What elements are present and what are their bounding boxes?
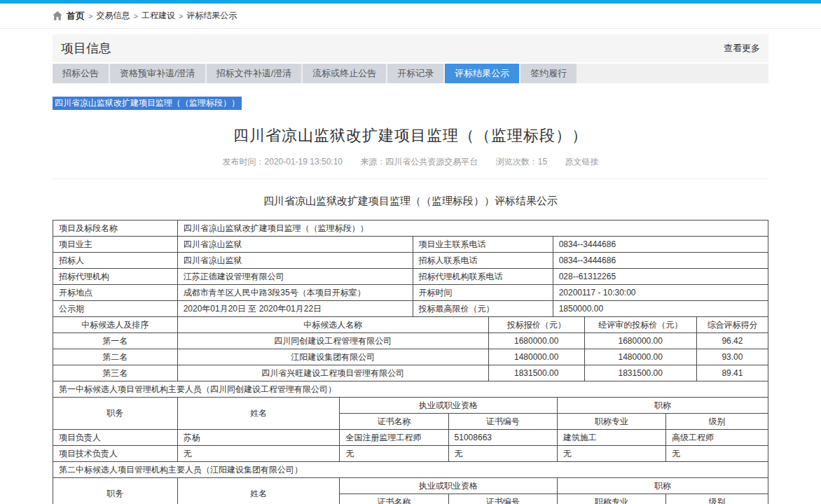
info-value: 20200117 - 10:30:00: [553, 285, 768, 301]
candidate-row: 第二名 江阳建设集团有限公司 1480000.00 1480000.00 93.…: [53, 349, 768, 365]
column-header-name: 姓名: [177, 478, 340, 504]
main-content: 项目信息 查看更多 招标公告 资格预审补遗/澄清 招标文件补遗/澄清 流标或终止…: [53, 34, 768, 504]
breadcrumb-item-engineering[interactable]: 工程建设: [142, 10, 175, 22]
info-value: 028--61312265: [553, 269, 768, 285]
personnel-table-first-candidate: 第一中标候选人项目管理机构主要人员（四川同创建设工程管理有限公司） 职务 姓名 …: [53, 381, 768, 462]
column-header: 中标候选人及排序: [53, 317, 178, 333]
home-icon[interactable]: [53, 11, 62, 20]
candidate-row: 第三名 四川省兴旺建设工程项目管理有限公司 1831500.00 1831500…: [53, 365, 768, 382]
personnel-position: 项目负责人: [53, 430, 178, 446]
personnel-cert-name: 无: [340, 446, 448, 462]
personnel-cert-name: 全国注册监理工程师: [340, 430, 448, 446]
info-label: 项目及标段名称: [53, 220, 178, 237]
publish-time-label: 发布时间：: [223, 157, 265, 167]
bid-price: 1480000.00: [488, 349, 584, 365]
info-value: 四川省凉山监狱改扩建项目监理（（监理标段））: [177, 220, 768, 237]
breadcrumb-separator: >: [179, 12, 183, 20]
page-title: 项目信息: [61, 40, 111, 57]
info-value: 0834--3444686: [553, 237, 768, 253]
table-row: 项目业主 四川省凉山监狱 项目业主联系电话 0834--3444686: [53, 237, 768, 253]
personnel-header-row: 职务 姓名 执业或职业资格 职称: [53, 398, 768, 414]
column-header: 投标报价（元）: [488, 317, 584, 333]
result-tables: 项目及标段名称 四川省凉山监狱改扩建项目监理（（监理标段）） 项目业主 四川省凉…: [53, 220, 768, 504]
source-value: 四川省公共资源交易平台: [385, 157, 478, 167]
tab-bar: 招标公告 资格预审补遗/澄清 招标文件补遗/澄清 流标或终止公告 开标记录 评标…: [53, 64, 768, 83]
column-header: 经评审的投标价（元）: [584, 317, 696, 333]
info-value: 0834--3444686: [553, 253, 768, 269]
personnel-cert-no: 51008663: [448, 430, 557, 446]
info-label: 开标时间: [413, 285, 553, 301]
table-row: 招标人 四川省凉山监狱 招标人联系电话 0834--3444686: [53, 253, 768, 269]
personnel-header-row: 职务 姓名 执业或职业资格 职称: [53, 478, 768, 494]
column-header-cert-name: 证书名称: [340, 414, 448, 430]
bid-price: 1680000.00: [488, 333, 584, 349]
info-label: 开标地点: [53, 285, 178, 301]
personnel-title-level: 无: [665, 446, 768, 462]
tab-prequalification-supplement[interactable]: 资格预审补遗/澄清: [110, 64, 205, 83]
candidates-table: 中标候选人及排序 中标候选人名称 投标报价（元） 经评审的投标价（元） 综合评标…: [53, 316, 768, 382]
personnel-row: 项目负责人 苏杨 全国注册监理工程师 51008663 建筑施工 高级工程师: [53, 430, 768, 446]
personnel-title-major: 建筑施工: [557, 430, 665, 446]
personnel-position: 项目技术负责人: [53, 446, 178, 462]
tab-bid-announcement[interactable]: 招标公告: [53, 64, 109, 83]
breadcrumb-item-result-publicity[interactable]: 评标结果公示: [186, 10, 237, 22]
personnel-section-title-row: 第一中标候选人项目管理机构主要人员（四川同创建设工程管理有限公司）: [53, 382, 768, 398]
personnel-table-second-candidate: 第二中标候选人项目管理机构主要人员（江阳建设集团有限公司） 职务 姓名 执业或职…: [53, 461, 768, 504]
original-link[interactable]: 原文链接: [565, 157, 598, 167]
result-table-caption: 四川省凉山监狱改扩建项目监理（（监理标段））评标结果公示: [53, 195, 768, 208]
info-value: 四川省凉山监狱: [177, 237, 413, 253]
table-row: 开标地点 成都市青羊区人民中路3段35号（本项目开标室） 开标时间 202001…: [53, 285, 768, 301]
candidate-name: 江阳建设集团有限公司: [177, 349, 488, 365]
info-value: 成都市青羊区人民中路3段35号（本项目开标室）: [177, 285, 413, 301]
candidate-name: 四川同创建设工程管理有限公司: [177, 333, 488, 349]
personnel-row: 项目技术负责人 无 无 无 无 无: [53, 446, 768, 462]
evaluated-price: 1831500.00: [584, 365, 696, 382]
publish-time-value: 2020-01-19 13:50:10: [265, 157, 343, 167]
column-header-title-group: 职称: [557, 478, 768, 494]
score: 93.00: [696, 349, 768, 365]
column-header-cert-no: 证书编号: [448, 414, 557, 430]
table-row: 招标代理机构 江苏正德建设管理有限公司 招标代理机构联系电话 028--6131…: [53, 269, 768, 285]
personnel-section-title: 第一中标候选人项目管理机构主要人员（四川同创建设工程管理有限公司）: [53, 382, 768, 398]
column-header-qualification-group: 执业或职业资格: [340, 398, 557, 414]
breadcrumb-home[interactable]: 首页: [67, 10, 85, 22]
personnel-title-major: 无: [557, 446, 665, 462]
personnel-cert-no: 无: [448, 446, 557, 462]
section-header: 项目信息 查看更多: [53, 34, 768, 62]
info-label: 公示期: [53, 301, 178, 317]
personnel-name: 无: [177, 446, 340, 462]
info-value: 2020年01月20日 至 2020年01月22日: [177, 301, 413, 317]
breadcrumb-item-trade-info[interactable]: 交易信息: [96, 10, 130, 22]
candidate-rank: 第三名: [53, 365, 178, 382]
bid-price: 1831500.00: [488, 365, 584, 382]
article-title: 四川省凉山监狱改扩建项目监理（（监理标段））: [53, 125, 768, 146]
info-label: 招标人联系电话: [413, 253, 553, 269]
table-row: 项目及标段名称 四川省凉山监狱改扩建项目监理（（监理标段））: [53, 220, 768, 237]
candidate-rank: 第二名: [53, 349, 178, 365]
column-header-position: 职务: [53, 478, 178, 504]
info-label: 项目业主: [53, 237, 178, 253]
tab-failed-or-terminated[interactable]: 流标或终止公告: [303, 64, 386, 83]
column-header-qualification-group: 执业或职业资格: [340, 478, 557, 494]
breadcrumb: 首页 > 交易信息 > 工程建设 > 评标结果公示: [0, 4, 821, 29]
evaluated-price: 1680000.00: [584, 333, 696, 349]
info-value: 1850000.00: [553, 301, 768, 317]
candidates-header-row: 中标候选人及排序 中标候选人名称 投标报价（元） 经评审的投标价（元） 综合评标…: [53, 317, 768, 333]
tab-bid-opening-record[interactable]: 开标记录: [387, 64, 443, 83]
table-row: 公示期 2020年01月20日 至 2020年01月22日 投标最高限价（元） …: [53, 301, 768, 317]
personnel-title-level: 高级工程师: [665, 430, 768, 446]
tab-contract-performance[interactable]: 签约履行: [520, 64, 577, 83]
column-header-title-level: 级别: [665, 494, 768, 504]
article-meta: 发布时间：2020-01-19 13:50:10 来源：四川省公共资源交易平台 …: [53, 156, 768, 179]
info-label: 项目业主联系电话: [413, 237, 553, 253]
view-more-link[interactable]: 查看更多: [724, 42, 760, 55]
project-link-highlighted[interactable]: 四川省凉山监狱改扩建项目监理（（监理标段））: [53, 97, 242, 110]
column-header-title-group: 职称: [557, 398, 768, 414]
info-label: 招标代理机构: [53, 269, 178, 285]
tab-bid-document-supplement[interactable]: 招标文件补遗/澄清: [207, 64, 302, 83]
tab-evaluation-result[interactable]: 评标结果公示: [445, 64, 519, 83]
info-value: 江苏正德建设管理有限公司: [177, 269, 413, 285]
column-header-title-level: 级别: [665, 414, 768, 430]
candidate-name: 四川省兴旺建设工程项目管理有限公司: [177, 365, 488, 382]
info-label: 招标代理机构联系电话: [413, 269, 553, 285]
